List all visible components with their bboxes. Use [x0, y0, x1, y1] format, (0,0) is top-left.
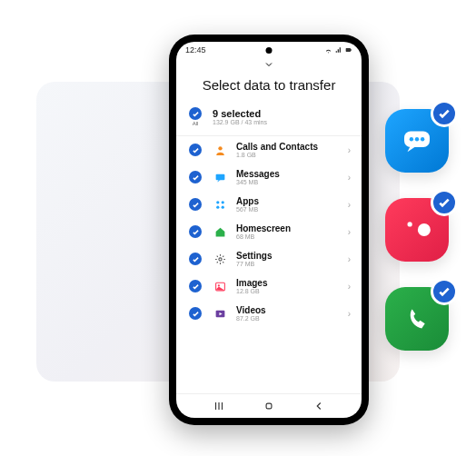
app-selected-check-icon	[431, 278, 458, 305]
select-all-checkbox[interactable]	[189, 107, 202, 120]
message-icon	[213, 172, 227, 183]
item-label: Videos	[236, 305, 339, 315]
svg-point-15	[415, 137, 419, 141]
item-checkbox[interactable]	[189, 198, 202, 211]
chevron-right-icon: ›	[348, 254, 351, 264]
selection-meta: 132.9 GB / 43 mins	[213, 119, 267, 125]
settings-icon	[213, 253, 227, 265]
item-checkbox[interactable]	[189, 280, 202, 292]
svg-point-2	[218, 146, 222, 150]
item-size: 68 MB	[236, 233, 339, 240]
summary-row[interactable]: All 9 selected 132.9 GB / 43 mins	[176, 102, 362, 136]
app-selected-check-icon	[431, 100, 458, 127]
nav-back-button[interactable]	[312, 400, 325, 412]
phone-app[interactable]	[385, 287, 449, 351]
contact-icon	[213, 144, 227, 156]
item-size: 87.2 GB	[236, 315, 339, 322]
svg-rect-3	[215, 173, 224, 180]
list-item[interactable]: Images12.8 GB›	[176, 273, 362, 300]
chevron-right-icon: ›	[348, 282, 351, 292]
item-checkbox[interactable]	[189, 144, 202, 156]
item-size: 12.8 GB	[236, 288, 339, 294]
app-selected-check-icon	[431, 189, 458, 216]
list-item[interactable]: Settings77 MB›	[176, 245, 362, 273]
item-list: Calls and Contacts1.8 GB›Messages345 MB›…	[176, 136, 362, 327]
image-icon	[213, 281, 227, 292]
chevron-right-icon: ›	[348, 227, 351, 237]
chevron-right-icon: ›	[348, 200, 351, 210]
selection-count: 9 selected	[213, 108, 267, 119]
status-time: 12:45	[185, 45, 206, 55]
svg-point-6	[216, 205, 219, 208]
messages-app[interactable]	[385, 109, 449, 173]
svg-point-17	[418, 223, 431, 236]
item-label: Apps	[236, 196, 339, 206]
svg-point-7	[221, 205, 223, 208]
signal-icon	[335, 46, 342, 54]
battery-icon	[345, 46, 352, 54]
camera-app[interactable]	[385, 198, 449, 262]
list-item[interactable]: Calls and Contacts1.8 GB›	[176, 136, 362, 164]
list-item[interactable]: Homescreen68 MB›	[176, 218, 362, 245]
side-app-icons	[385, 109, 449, 351]
phone-frame: 12:45 Select data to transfer All 9	[169, 35, 369, 425]
svg-rect-1	[351, 49, 352, 50]
chevron-right-icon: ›	[348, 145, 351, 155]
svg-rect-12	[266, 403, 272, 409]
status-indicators	[324, 46, 352, 55]
chevron-right-icon: ›	[348, 173, 351, 183]
svg-point-18	[408, 222, 412, 226]
item-label: Images	[236, 278, 339, 288]
home-icon	[213, 226, 227, 238]
svg-point-8	[218, 257, 221, 260]
wifi-icon	[324, 46, 332, 55]
item-size: 1.8 GB	[236, 152, 339, 158]
item-size: 345 MB	[236, 179, 339, 185]
item-checkbox[interactable]	[189, 307, 202, 320]
list-item[interactable]: Messages345 MB›	[176, 164, 362, 191]
svg-point-4	[216, 201, 219, 203]
page-title: Select data to transfer	[176, 74, 362, 102]
svg-rect-0	[346, 48, 351, 52]
status-bar: 12:45	[176, 42, 362, 56]
list-item[interactable]: Apps567 MB›	[176, 191, 362, 218]
expand-handle-icon[interactable]	[176, 56, 362, 74]
android-navbar	[176, 393, 362, 418]
list-item[interactable]: Videos87.2 GB›	[176, 300, 362, 327]
phone-screen: 12:45 Select data to transfer All 9	[176, 42, 362, 418]
item-checkbox[interactable]	[189, 171, 202, 183]
item-size: 77 MB	[236, 261, 339, 267]
apps-icon	[213, 199, 227, 211]
item-label: Messages	[236, 169, 339, 179]
item-checkbox[interactable]	[189, 253, 202, 265]
content-area: All 9 selected 132.9 GB / 43 mins Calls …	[176, 102, 362, 393]
svg-point-10	[217, 284, 219, 286]
item-checkbox[interactable]	[189, 225, 202, 238]
item-label: Settings	[236, 251, 339, 261]
nav-home-button[interactable]	[263, 400, 275, 412]
select-all-label: All	[193, 121, 199, 126]
video-icon	[213, 308, 227, 320]
item-size: 567 MB	[236, 206, 339, 213]
svg-point-16	[421, 137, 424, 141]
item-label: Calls and Contacts	[236, 142, 339, 152]
item-label: Homescreen	[236, 223, 339, 233]
svg-point-5	[221, 201, 223, 203]
svg-point-14	[410, 137, 413, 141]
chevron-right-icon: ›	[348, 309, 351, 319]
nav-recents-button[interactable]	[213, 400, 225, 412]
